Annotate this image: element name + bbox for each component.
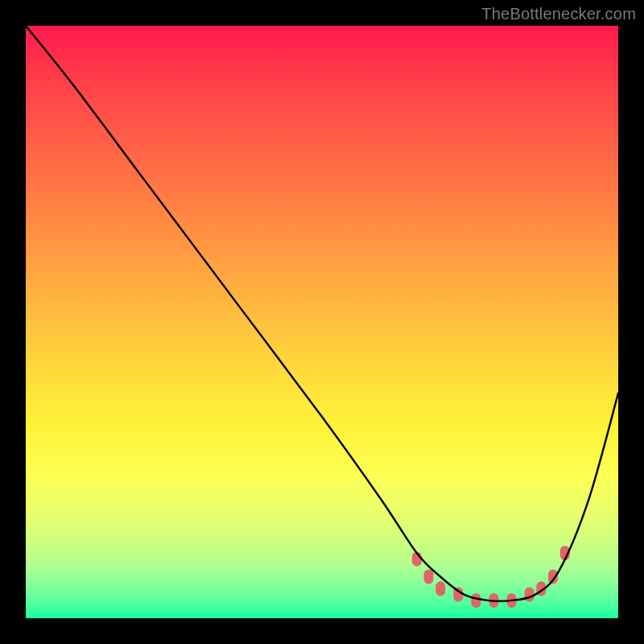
watermark-text: TheBottlenecker.com	[481, 5, 636, 23]
plot-area	[26, 26, 618, 618]
chart-svg	[26, 26, 618, 618]
marker-dot	[436, 581, 445, 596]
chart-frame: TheBottlenecker.com	[0, 0, 644, 644]
bottleneck-curve	[26, 26, 618, 601]
marker-dot	[471, 593, 481, 608]
marker-layer	[412, 546, 570, 608]
marker-dot	[525, 588, 535, 602]
marker-dot	[424, 570, 434, 584]
